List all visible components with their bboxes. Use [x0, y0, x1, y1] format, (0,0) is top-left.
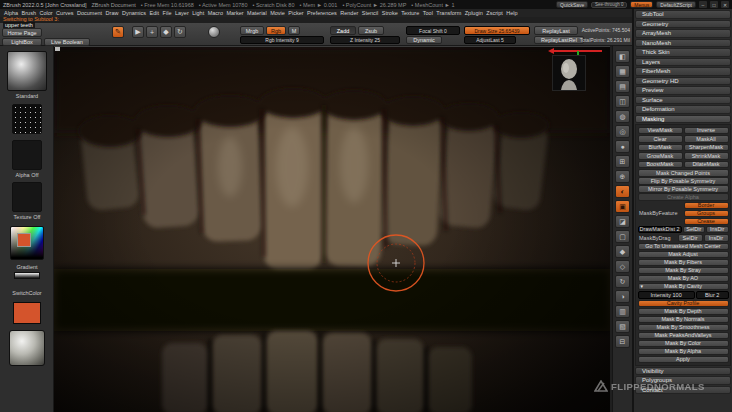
focal-shift-slider[interactable]: Focal Shift 0: [406, 26, 460, 35]
menu-item[interactable]: Layer: [175, 10, 189, 16]
panel-section-header[interactable]: Deformation: [635, 105, 731, 114]
masking-button[interactable]: Inverse: [684, 127, 729, 135]
zadd-button[interactable]: Zadd: [330, 26, 356, 35]
live-boolean-button[interactable]: Live Boolean: [44, 38, 90, 46]
masking-button[interactable]: BoostMask: [638, 161, 683, 169]
menu-item[interactable]: Macro: [208, 10, 223, 16]
masking-button[interactable]: Flip By Posable Symmetry: [638, 177, 729, 185]
transparency-icon[interactable]: ◍: [615, 110, 630, 123]
replay-last-button[interactable]: ReplayLast: [534, 26, 578, 35]
panel-section-header[interactable]: FiberMesh: [635, 67, 731, 76]
panel-section-header[interactable]: Visibility: [635, 367, 731, 376]
menu-item[interactable]: Stroke: [382, 10, 398, 16]
viewport-canvas[interactable]: [54, 46, 610, 412]
quicksave-button[interactable]: QuickSave: [556, 1, 588, 8]
menus-button[interactable]: Menus: [630, 1, 653, 8]
masking-button[interactable]: ShrinkMask: [684, 152, 729, 160]
stroke-thumbnail[interactable]: [12, 104, 42, 134]
menu-item[interactable]: Transform: [436, 10, 461, 16]
masking-button[interactable]: Mask By Stray: [638, 267, 729, 275]
masking-button[interactable]: Create Alpha: [638, 193, 729, 201]
floor-icon[interactable]: ▤: [615, 80, 630, 93]
menu-item[interactable]: Help: [506, 10, 517, 16]
masking-button[interactable]: DilateMask: [684, 161, 729, 169]
switch-color-label[interactable]: SwitchColor: [0, 290, 54, 296]
bpr-render-icon[interactable]: ◧: [615, 50, 630, 63]
menu-item[interactable]: Material: [247, 10, 267, 16]
insdir-button[interactable]: InsDir: [706, 226, 729, 234]
menu-item[interactable]: Document: [77, 10, 102, 16]
rotate-icon[interactable]: ↻: [615, 275, 630, 288]
panel-section-header[interactable]: SubTool: [635, 10, 731, 19]
grid-icon[interactable]: ▥: [615, 305, 630, 318]
masking-button[interactable]: ViewMask: [638, 127, 683, 135]
panel-section-header[interactable]: Geometry: [635, 20, 731, 29]
brush-thumbnail[interactable]: [7, 51, 47, 91]
panel-section-header[interactable]: Geometry HD: [635, 77, 731, 86]
panel-section-header[interactable]: ArrayMesh: [635, 29, 731, 38]
masking-button[interactable]: Mask By Smoothness: [638, 324, 729, 332]
masking-button[interactable]: SharpenMask: [684, 144, 729, 152]
silhouette-icon[interactable]: ⊟: [615, 335, 630, 348]
menu-item[interactable]: Movie: [270, 10, 285, 16]
spotlight-icon[interactable]: ◑: [615, 290, 630, 303]
ghost-icon[interactable]: ◎: [615, 125, 630, 138]
material-thumbnail[interactable]: [9, 330, 45, 366]
aa-half-icon[interactable]: ◪: [615, 215, 630, 228]
minimize-icon[interactable]: –: [699, 1, 707, 8]
masking-button[interactable]: Mask By Alpha: [638, 348, 729, 356]
draw-icon[interactable]: ▶: [132, 26, 144, 38]
masking-button[interactable]: Mask Changed Points: [638, 169, 729, 177]
masking-button[interactable]: Mask By Color: [638, 340, 729, 348]
seldir-button[interactable]: SelDir: [678, 234, 703, 242]
masking-button[interactable]: Clear: [638, 135, 683, 143]
cavity-blur-slider[interactable]: Blur 2: [696, 291, 729, 299]
zsub-button[interactable]: Zsub: [358, 26, 384, 35]
m-button[interactable]: M: [288, 26, 300, 35]
xpose-icon[interactable]: ⊞: [615, 155, 630, 168]
menu-item[interactable]: Zplugin: [465, 10, 483, 16]
mrgb-button[interactable]: Mrgb: [240, 26, 264, 35]
rotate-icon[interactable]: ↻: [174, 26, 186, 38]
feature-button[interactable]: Groups: [684, 210, 729, 217]
scale-icon[interactable]: ◇: [615, 260, 630, 273]
texture-thumbnail[interactable]: [12, 182, 42, 212]
menu-item[interactable]: Render: [340, 10, 358, 16]
rgb-button[interactable]: Rgb: [266, 26, 286, 35]
cavity-profile-button[interactable]: Cavity Profile: [638, 300, 729, 308]
zoom-icon[interactable]: ◐: [615, 185, 630, 198]
panel-section-header[interactable]: NanoMesh: [635, 39, 731, 48]
seldir-button[interactable]: SelDir: [683, 226, 706, 234]
gradient-toggle[interactable]: [14, 272, 40, 279]
menu-item[interactable]: Light: [192, 10, 204, 16]
menu-item[interactable]: Marker: [226, 10, 243, 16]
lightbox-button[interactable]: LightBox: [2, 38, 42, 46]
polyframe-icon[interactable]: ▧: [615, 320, 630, 333]
move-icon[interactable]: +: [146, 26, 158, 38]
edit-icon[interactable]: ✎: [112, 26, 124, 38]
insdir-button[interactable]: InsDir: [704, 234, 729, 242]
z-intensity-slider[interactable]: Z Intensity 25: [330, 36, 400, 44]
current-color-swatch[interactable]: [13, 302, 41, 324]
feature-button[interactable]: Crease: [684, 218, 729, 225]
panel-section-header[interactable]: Thick Skin: [635, 48, 731, 57]
scroll-icon[interactable]: ⊕: [615, 170, 630, 183]
frame-icon[interactable]: ▢: [615, 230, 630, 243]
maximize-icon[interactable]: □: [710, 1, 718, 8]
menu-item[interactable]: File: [163, 10, 172, 16]
menu-item[interactable]: Preferences: [307, 10, 337, 16]
masking-button[interactable]: GrowMask: [638, 152, 683, 160]
close-icon[interactable]: ✕: [721, 1, 729, 8]
masking-button[interactable]: Mask Adjust: [638, 251, 729, 259]
masking-button[interactable]: Mirror By Posable Symmetry: [638, 185, 729, 193]
masking-button[interactable]: Mask PeaksAndValleys: [638, 332, 729, 340]
menu-item[interactable]: Zscript: [486, 10, 503, 16]
rgb-intensity-slider[interactable]: Rgb Intensity 9: [240, 36, 324, 44]
alpha-thumbnail[interactable]: [12, 140, 42, 170]
menu-item[interactable]: Texture: [401, 10, 419, 16]
move-icon[interactable]: ◆: [615, 245, 630, 258]
menu-item[interactable]: Stencil: [362, 10, 379, 16]
panel-section-header[interactable]: Surface: [635, 96, 731, 105]
menu-item[interactable]: Edit: [150, 10, 159, 16]
dynamic-button[interactable]: Dynamic: [406, 36, 442, 44]
